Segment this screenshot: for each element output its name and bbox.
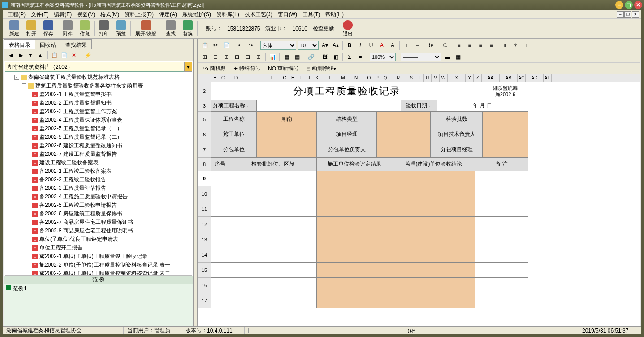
ins-row-icon[interactable]: ⊞	[200, 52, 210, 62]
cell[interactable]	[392, 293, 475, 308]
cell[interactable]	[475, 201, 528, 217]
filter-icon[interactable]: ⚡	[84, 51, 92, 59]
nav-fwd-icon[interactable]: ▶	[17, 51, 25, 59]
cell[interactable]: 项目经理	[317, 127, 377, 142]
tree-item[interactable]: x备2002-2 工程竣工验收报告	[5, 175, 192, 184]
cell[interactable]	[317, 186, 392, 201]
cell[interactable]	[317, 171, 392, 186]
undo-icon[interactable]: ↶	[235, 40, 245, 50]
menu-project[interactable]: 工程(P)	[5, 11, 28, 18]
cell[interactable]	[229, 232, 317, 247]
cell[interactable]	[475, 263, 528, 278]
superscript-icon[interactable]: b²	[426, 40, 436, 50]
cell[interactable]	[211, 201, 229, 217]
cell[interactable]	[229, 247, 317, 263]
random-button[interactable]: ¹²₃随机数	[200, 64, 229, 74]
grid-icon[interactable]: ▦	[281, 52, 291, 62]
menu-lib[interactable]: 资料库(L)	[214, 11, 242, 18]
cell[interactable]	[475, 278, 528, 293]
fx-icon[interactable]: =	[355, 52, 365, 62]
cell[interactable]	[392, 247, 475, 263]
tree-item[interactable]: x备2002-6 房屋建筑工程质量保修书	[5, 210, 192, 218]
mdi-minimize[interactable]: –	[617, 11, 624, 18]
cell[interactable]	[475, 247, 528, 263]
cell[interactable]	[317, 217, 392, 232]
cut-icon[interactable]: ✂	[211, 40, 220, 50]
save-button[interactable]: 保存	[40, 20, 57, 37]
replace-button[interactable]: 替换	[179, 20, 196, 37]
nav-back-icon[interactable]: ◀	[7, 51, 15, 59]
menu-view[interactable]: 视图(V)	[74, 11, 98, 18]
minus-icon[interactable]: −	[412, 40, 422, 50]
cell[interactable]	[317, 232, 392, 247]
spreadsheet[interactable]: BCDEFGHIJKLMNOPQRSTUVWXYZAAABACADAE 2 分项…	[198, 74, 640, 333]
cell[interactable]	[257, 142, 317, 158]
tree-item[interactable]: x单位工程开工报告	[5, 244, 192, 252]
tree-item[interactable]: x监2002-2 工程质量监督通知书	[5, 99, 192, 107]
tree-item[interactable]: x建设工程竣工验收备案表	[5, 158, 192, 167]
menu-file[interactable]: 文件(F)	[28, 11, 51, 18]
tree-item[interactable]: x施2002-2 单位(子单位)工程质量控制资料核查记录 表二	[5, 269, 192, 276]
nav-up-icon[interactable]: ▲	[36, 51, 44, 59]
menu-help[interactable]: 帮助(H)	[323, 11, 346, 18]
align-left-icon[interactable]: ≡	[454, 40, 464, 50]
menu-edit[interactable]: 编辑(E)	[51, 11, 74, 18]
cell[interactable]: 分包项目经理	[431, 142, 483, 158]
valign-bot-icon[interactable]: ⫫	[522, 40, 532, 50]
bold-icon[interactable]: B	[345, 40, 354, 50]
new-button[interactable]: 新建	[6, 20, 23, 37]
vertical-splitter[interactable]	[194, 39, 197, 334]
tree-view[interactable]: -湖南省建筑工程质量验收规范标准表格-建筑工程质量监督验收备案各类往来文函用表x…	[5, 73, 192, 276]
border-icon[interactable]: ▦	[453, 52, 463, 62]
tab-recycle[interactable]: 回收站	[35, 39, 61, 49]
cell[interactable]	[211, 247, 229, 263]
cell[interactable]	[392, 201, 475, 217]
img-icon[interactable]: 🖼	[320, 52, 330, 62]
tab-results[interactable]: 查找结果	[61, 39, 92, 49]
library-combo[interactable]	[5, 62, 184, 72]
menu-window[interactable]: 窗口(W)	[275, 11, 300, 18]
cell[interactable]	[317, 263, 392, 278]
cell[interactable]	[211, 293, 229, 308]
cell[interactable]	[392, 217, 475, 232]
cell[interactable]	[392, 278, 475, 293]
cell[interactable]: 工程名称	[211, 112, 257, 127]
valign-mid-icon[interactable]: ⫩	[511, 40, 521, 50]
cell[interactable]: 分包单位	[211, 142, 257, 158]
cell[interactable]	[211, 171, 229, 186]
cell[interactable]	[229, 171, 317, 186]
plus-icon[interactable]: +	[402, 40, 411, 50]
copy-icon[interactable]: 📋	[50, 51, 58, 59]
symbol-icon[interactable]: ①	[440, 40, 450, 50]
cell[interactable]	[475, 171, 528, 186]
tree-item[interactable]: x监2002-5 工程质量监督记录（二）	[5, 133, 192, 141]
align-right-icon[interactable]: ≡	[475, 40, 485, 50]
link-icon[interactable]: 🔗	[306, 52, 316, 62]
tree-item[interactable]: x备2002-8 商品房屋住宅工程使用说明书	[5, 227, 192, 235]
line-style-select[interactable]: ———	[401, 53, 441, 61]
mdi-close[interactable]: ✕	[632, 11, 639, 18]
cell[interactable]: 分包单位负责人	[317, 142, 377, 158]
cell[interactable]	[317, 247, 392, 263]
color-icon[interactable]: A	[377, 40, 387, 50]
size-select[interactable]: 10	[298, 41, 319, 50]
maximize-button[interactable]: ◻	[625, 1, 633, 9]
cell[interactable]	[483, 142, 528, 158]
chart-icon[interactable]: 📊	[268, 52, 277, 62]
cell[interactable]	[317, 293, 392, 308]
redo-icon[interactable]: ↷	[246, 40, 256, 50]
mdi-restore[interactable]: ❐	[624, 11, 631, 18]
italic-icon[interactable]: I	[355, 40, 365, 50]
highlight-icon[interactable]: A	[388, 40, 398, 50]
del-row-icon[interactable]: ⊟	[211, 52, 220, 62]
cell[interactable]	[317, 278, 392, 293]
tree-item[interactable]: x监2002-1 工程质量监督申报书	[5, 90, 192, 99]
tree-branch[interactable]: -建筑工程质量监督验收备案各类往来文函用表	[5, 82, 192, 90]
exit-button[interactable]: 退出	[339, 20, 356, 37]
obj-icon[interactable]: ◧	[331, 52, 341, 62]
cell[interactable]	[229, 278, 317, 293]
tree-item[interactable]: x备2002-3 工程质量评估报告	[5, 184, 192, 193]
cell[interactable]: 项目技术负责人	[431, 127, 483, 142]
shrink-font-icon[interactable]: A▾	[320, 40, 330, 50]
cell[interactable]	[475, 293, 528, 308]
